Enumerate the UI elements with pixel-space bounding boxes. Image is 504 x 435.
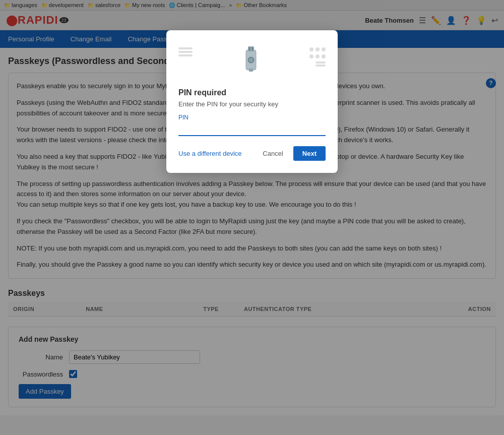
svg-rect-6 [249,69,253,72]
cancel-button[interactable]: Cancel [257,146,289,161]
security-key-icon [236,42,266,84]
modal-title: PIN required [178,88,326,97]
modal-subtitle: Enter the PIN for your security key [178,100,326,108]
pin-input[interactable] [178,123,326,136]
svg-rect-2 [249,47,250,50]
svg-point-5 [249,58,253,61]
modal-overlay: PIN required Enter the PIN for your secu… [0,0,504,415]
use-different-device-button[interactable]: Use a different device [178,150,242,157]
modal-actions: Use a different device Cancel Next [178,146,326,161]
modal-right-actions: Cancel Next [257,146,326,161]
pin-modal: PIN required Enter the PIN for your secu… [166,30,338,173]
svg-rect-3 [252,47,253,50]
pin-label: PIN [178,114,326,121]
next-button[interactable]: Next [293,146,326,161]
svg-rect-1 [248,46,254,51]
